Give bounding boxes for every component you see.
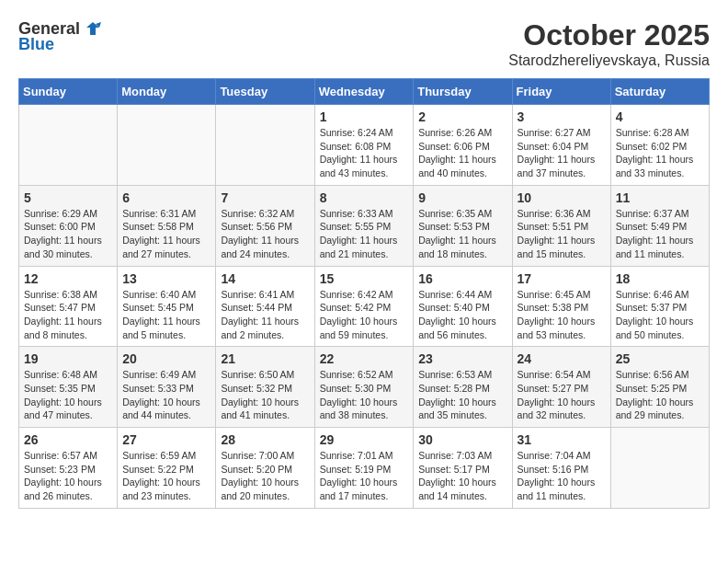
cell-content: Sunrise: 6:36 AMSunset: 5:51 PMDaylight:… bbox=[518, 208, 596, 259]
month-title: October 2025 bbox=[508, 18, 710, 52]
day-number: 19 bbox=[24, 351, 112, 366]
calendar-cell bbox=[118, 105, 216, 186]
cell-content: Sunrise: 6:27 AMSunset: 6:04 PMDaylight:… bbox=[518, 127, 596, 178]
day-number: 3 bbox=[518, 109, 606, 124]
title-block: October 2025 Starodzhereliyevskaya, Russ… bbox=[508, 18, 710, 69]
calendar-cell: 11 Sunrise: 6:37 AMSunset: 5:49 PMDaylig… bbox=[610, 185, 709, 266]
calendar-cell: 21 Sunrise: 6:50 AMSunset: 5:32 PMDaylig… bbox=[216, 347, 314, 428]
calendar-cell bbox=[610, 428, 709, 509]
cell-content: Sunrise: 6:28 AMSunset: 6:02 PMDaylight:… bbox=[616, 127, 694, 178]
header-friday: Friday bbox=[512, 79, 610, 105]
day-number: 17 bbox=[518, 271, 606, 286]
day-number: 8 bbox=[320, 190, 409, 205]
cell-content: Sunrise: 7:03 AMSunset: 5:17 PMDaylight:… bbox=[418, 450, 496, 501]
day-number: 23 bbox=[418, 351, 506, 366]
calendar-cell: 12 Sunrise: 6:38 AMSunset: 5:47 PMDaylig… bbox=[19, 266, 118, 347]
week-row-3: 19 Sunrise: 6:48 AMSunset: 5:35 PMDaylig… bbox=[19, 347, 710, 428]
day-number: 11 bbox=[616, 190, 704, 205]
week-row-2: 12 Sunrise: 6:38 AMSunset: 5:47 PMDaylig… bbox=[19, 266, 710, 347]
cell-content: Sunrise: 6:26 AMSunset: 6:06 PMDaylight:… bbox=[418, 127, 496, 178]
day-number: 14 bbox=[221, 271, 309, 286]
cell-content: Sunrise: 7:01 AMSunset: 5:19 PMDaylight:… bbox=[320, 450, 398, 501]
calendar-cell: 15 Sunrise: 6:42 AMSunset: 5:42 PMDaylig… bbox=[314, 266, 414, 347]
day-number: 18 bbox=[616, 271, 704, 286]
cell-content: Sunrise: 6:52 AMSunset: 5:30 PMDaylight:… bbox=[320, 369, 398, 420]
calendar-cell: 23 Sunrise: 6:53 AMSunset: 5:28 PMDaylig… bbox=[414, 347, 512, 428]
cell-content: Sunrise: 6:49 AMSunset: 5:33 PMDaylight:… bbox=[122, 369, 200, 420]
calendar-cell: 2 Sunrise: 6:26 AMSunset: 6:06 PMDayligh… bbox=[414, 105, 512, 186]
day-number: 12 bbox=[24, 271, 112, 286]
calendar-cell: 25 Sunrise: 6:56 AMSunset: 5:25 PMDaylig… bbox=[610, 347, 709, 428]
day-number: 21 bbox=[221, 351, 309, 366]
calendar-cell: 27 Sunrise: 6:59 AMSunset: 5:22 PMDaylig… bbox=[118, 428, 216, 509]
day-number: 28 bbox=[221, 432, 309, 447]
day-number: 24 bbox=[518, 351, 606, 366]
cell-content: Sunrise: 6:53 AMSunset: 5:28 PMDaylight:… bbox=[418, 369, 496, 420]
day-number: 9 bbox=[418, 190, 506, 205]
day-number: 13 bbox=[122, 271, 210, 286]
cell-content: Sunrise: 7:00 AMSunset: 5:20 PMDaylight:… bbox=[221, 450, 299, 501]
day-number: 16 bbox=[418, 271, 506, 286]
calendar-cell: 30 Sunrise: 7:03 AMSunset: 5:17 PMDaylig… bbox=[414, 428, 512, 509]
cell-content: Sunrise: 6:37 AMSunset: 5:49 PMDaylight:… bbox=[616, 208, 694, 259]
day-number: 31 bbox=[518, 432, 606, 447]
calendar-header-row: SundayMondayTuesdayWednesdayThursdayFrid… bbox=[19, 79, 710, 105]
calendar-cell: 19 Sunrise: 6:48 AMSunset: 5:35 PMDaylig… bbox=[19, 347, 118, 428]
calendar-cell: 4 Sunrise: 6:28 AMSunset: 6:02 PMDayligh… bbox=[610, 105, 709, 186]
cell-content: Sunrise: 6:50 AMSunset: 5:32 PMDaylight:… bbox=[221, 369, 299, 420]
day-number: 4 bbox=[616, 109, 704, 124]
calendar-cell: 7 Sunrise: 6:32 AMSunset: 5:56 PMDayligh… bbox=[216, 185, 314, 266]
header-wednesday: Wednesday bbox=[314, 79, 414, 105]
week-row-4: 26 Sunrise: 6:57 AMSunset: 5:23 PMDaylig… bbox=[19, 428, 710, 509]
cell-content: Sunrise: 6:56 AMSunset: 5:25 PMDaylight:… bbox=[616, 369, 694, 420]
cell-content: Sunrise: 6:24 AMSunset: 6:08 PMDaylight:… bbox=[320, 127, 398, 178]
day-number: 29 bbox=[320, 432, 409, 447]
cell-content: Sunrise: 6:59 AMSunset: 5:22 PMDaylight:… bbox=[122, 450, 200, 501]
cell-content: Sunrise: 6:57 AMSunset: 5:23 PMDaylight:… bbox=[24, 450, 102, 501]
page-header: General Blue October 2025 Starodzhereliy… bbox=[18, 18, 710, 69]
header-saturday: Saturday bbox=[610, 79, 709, 105]
cell-content: Sunrise: 6:48 AMSunset: 5:35 PMDaylight:… bbox=[24, 369, 102, 420]
cell-content: Sunrise: 6:42 AMSunset: 5:42 PMDaylight:… bbox=[320, 289, 398, 340]
day-number: 25 bbox=[616, 351, 704, 366]
calendar-cell: 18 Sunrise: 6:46 AMSunset: 5:37 PMDaylig… bbox=[610, 266, 709, 347]
calendar-cell: 5 Sunrise: 6:29 AMSunset: 6:00 PMDayligh… bbox=[19, 185, 118, 266]
cell-content: Sunrise: 6:35 AMSunset: 5:53 PMDaylight:… bbox=[418, 208, 496, 259]
calendar-cell: 8 Sunrise: 6:33 AMSunset: 5:55 PMDayligh… bbox=[314, 185, 414, 266]
calendar-cell bbox=[19, 105, 118, 186]
week-row-0: 1 Sunrise: 6:24 AMSunset: 6:08 PMDayligh… bbox=[19, 105, 710, 186]
calendar-cell: 3 Sunrise: 6:27 AMSunset: 6:04 PMDayligh… bbox=[512, 105, 610, 186]
calendar-cell: 31 Sunrise: 7:04 AMSunset: 5:16 PMDaylig… bbox=[512, 428, 610, 509]
day-number: 20 bbox=[122, 351, 210, 366]
week-row-1: 5 Sunrise: 6:29 AMSunset: 6:00 PMDayligh… bbox=[19, 185, 710, 266]
logo-bird-icon bbox=[83, 18, 103, 39]
cell-content: Sunrise: 7:04 AMSunset: 5:16 PMDaylight:… bbox=[518, 450, 596, 501]
calendar-cell: 9 Sunrise: 6:35 AMSunset: 5:53 PMDayligh… bbox=[414, 185, 512, 266]
calendar-cell: 16 Sunrise: 6:44 AMSunset: 5:40 PMDaylig… bbox=[414, 266, 512, 347]
day-number: 22 bbox=[320, 351, 409, 366]
cell-content: Sunrise: 6:29 AMSunset: 6:00 PMDaylight:… bbox=[24, 208, 102, 259]
header-thursday: Thursday bbox=[414, 79, 512, 105]
calendar-cell: 24 Sunrise: 6:54 AMSunset: 5:27 PMDaylig… bbox=[512, 347, 610, 428]
cell-content: Sunrise: 6:44 AMSunset: 5:40 PMDaylight:… bbox=[418, 289, 496, 340]
calendar-table: SundayMondayTuesdayWednesdayThursdayFrid… bbox=[18, 78, 710, 509]
logo-blue: Blue bbox=[18, 35, 54, 54]
day-number: 27 bbox=[122, 432, 210, 447]
calendar-cell: 14 Sunrise: 6:41 AMSunset: 5:44 PMDaylig… bbox=[216, 266, 314, 347]
day-number: 10 bbox=[518, 190, 606, 205]
cell-content: Sunrise: 6:38 AMSunset: 5:47 PMDaylight:… bbox=[24, 289, 102, 340]
day-number: 2 bbox=[418, 109, 506, 124]
day-number: 15 bbox=[320, 271, 409, 286]
cell-content: Sunrise: 6:41 AMSunset: 5:44 PMDaylight:… bbox=[221, 289, 299, 340]
calendar-cell: 6 Sunrise: 6:31 AMSunset: 5:58 PMDayligh… bbox=[118, 185, 216, 266]
day-number: 1 bbox=[320, 109, 409, 124]
location-title: Starodzhereliyevskaya, Russia bbox=[508, 52, 710, 69]
calendar-cell: 29 Sunrise: 7:01 AMSunset: 5:19 PMDaylig… bbox=[314, 428, 414, 509]
calendar-cell: 28 Sunrise: 7:00 AMSunset: 5:20 PMDaylig… bbox=[216, 428, 314, 509]
cell-content: Sunrise: 6:33 AMSunset: 5:55 PMDaylight:… bbox=[320, 208, 398, 259]
calendar-cell: 13 Sunrise: 6:40 AMSunset: 5:45 PMDaylig… bbox=[118, 266, 216, 347]
day-number: 26 bbox=[24, 432, 112, 447]
calendar-cell bbox=[216, 105, 314, 186]
calendar-cell: 22 Sunrise: 6:52 AMSunset: 5:30 PMDaylig… bbox=[314, 347, 414, 428]
calendar-cell: 1 Sunrise: 6:24 AMSunset: 6:08 PMDayligh… bbox=[314, 105, 414, 186]
